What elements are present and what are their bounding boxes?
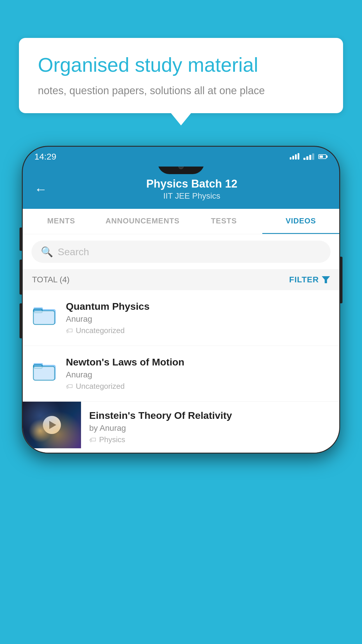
total-count: TOTAL (4) — [32, 275, 70, 284]
speech-bubble: Organised study material notes, question… — [19, 38, 343, 113]
tag-icon: 🏷 — [89, 436, 96, 444]
video-title: Quantum Physics — [66, 301, 331, 312]
signal-icon — [303, 153, 314, 160]
svg-marker-0 — [322, 276, 330, 283]
tag-label: Physics — [99, 435, 125, 444]
tab-announcements[interactable]: ANNOUNCEMENTS — [100, 209, 185, 234]
video-title: Newton's Laws of Motion — [66, 356, 331, 368]
tag-label: Uncategorized — [76, 326, 125, 335]
svg-rect-10 — [34, 367, 55, 380]
video-info: Einstein's Theory Of Relativity by Anura… — [81, 402, 339, 452]
speech-bubble-subtitle: notes, question papers, solutions all at… — [38, 83, 324, 98]
filter-button[interactable]: FILTER — [289, 275, 330, 284]
list-item[interactable]: Einstein's Theory Of Relativity by Anura… — [23, 402, 339, 453]
list-item[interactable]: Newton's Laws of Motion Anurag 🏷 Uncateg… — [23, 346, 339, 402]
back-button[interactable]: ← — [34, 182, 47, 197]
tag-icon: 🏷 — [66, 327, 73, 335]
phone-side-button-power — [340, 257, 342, 303]
status-time: 14:29 — [34, 152, 56, 162]
phone-wrapper: 14:29 — [22, 146, 340, 644]
tabs-container: MENTS ANNOUNCEMENTS TESTS VIDEOS — [23, 209, 339, 234]
phone-frame: 14:29 — [22, 146, 340, 454]
status-icons — [290, 153, 328, 160]
video-info: Quantum Physics Anurag 🏷 Uncategorized — [66, 301, 331, 335]
video-author: Anurag — [66, 370, 331, 379]
video-author: by Anurag — [89, 424, 331, 433]
speech-bubble-title: Organised study material — [38, 53, 324, 77]
phone-side-button-vol-mute — [20, 228, 22, 251]
phone-side-button-vol-down — [20, 303, 22, 338]
filter-icon — [322, 276, 330, 283]
batch-title: Physics Batch 12 — [56, 178, 328, 190]
list-item[interactable]: Quantum Physics Anurag 🏷 Uncategorized — [23, 290, 339, 346]
video-title: Einstein's Theory Of Relativity — [89, 410, 331, 421]
content-area: Quantum Physics Anurag 🏷 Uncategorized — [23, 290, 339, 453]
batch-subtitle: IIT JEE Physics — [56, 191, 328, 201]
search-icon: 🔍 — [41, 246, 53, 258]
speech-bubble-container: Organised study material notes, question… — [19, 38, 343, 113]
filter-bar: TOTAL (4) FILTER — [23, 269, 339, 290]
notch-bar — [23, 167, 339, 169]
folder-icon — [31, 302, 58, 328]
svg-rect-5 — [34, 311, 55, 324]
filter-label: FILTER — [289, 275, 319, 284]
video-info: Newton's Laws of Motion Anurag 🏷 Uncateg… — [66, 356, 331, 391]
tab-tests[interactable]: TESTS — [185, 209, 262, 234]
search-container: 🔍 Search — [23, 234, 339, 269]
video-tag: 🏷 Uncategorized — [66, 382, 331, 391]
video-author: Anurag — [66, 314, 331, 324]
status-bar: 14:29 — [23, 147, 339, 167]
tab-ments[interactable]: MENTS — [23, 209, 100, 234]
header-title-group: Physics Batch 12 IIT JEE Physics — [56, 178, 328, 201]
folder-icon — [31, 358, 58, 384]
video-tag: 🏷 Uncategorized — [66, 326, 331, 335]
tab-videos[interactable]: VIDEOS — [262, 209, 339, 234]
wifi-icon — [290, 154, 299, 160]
app-header: ← Physics Batch 12 IIT JEE Physics — [23, 169, 339, 209]
tag-label: Uncategorized — [76, 382, 125, 391]
search-bar[interactable]: 🔍 Search — [31, 241, 331, 263]
battery-icon — [318, 154, 328, 159]
video-tag: 🏷 Physics — [89, 435, 331, 444]
phone-side-button-vol-up — [20, 260, 22, 295]
tag-icon: 🏷 — [66, 382, 73, 391]
search-placeholder: Search — [58, 246, 89, 258]
video-thumbnail — [23, 402, 81, 448]
